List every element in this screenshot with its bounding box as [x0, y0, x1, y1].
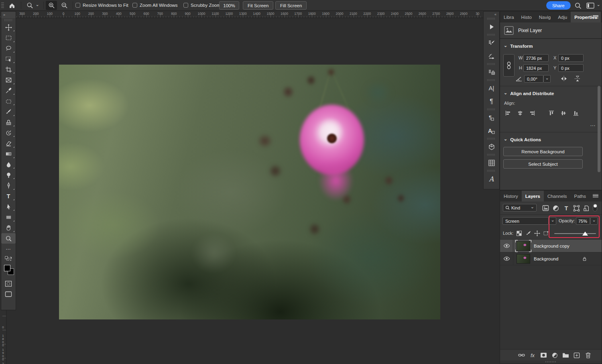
tool-rectangle-shape[interactable] [1, 212, 16, 222]
layers-menu-icon[interactable] [593, 194, 598, 198]
layer-row-background-copy[interactable]: Background copy [500, 240, 602, 252]
tool-rectangular-marquee[interactable] [1, 33, 16, 43]
tool-type[interactable]: T [1, 191, 16, 201]
more-tools-button[interactable]: … [1, 244, 16, 254]
blend-mode-select[interactable]: Screen [502, 217, 549, 225]
tab-histogram[interactable]: Histo [518, 12, 535, 22]
tab-navigator[interactable]: Navig [535, 12, 554, 22]
tool-history-brush[interactable] [1, 128, 16, 138]
link-layers-icon[interactable] [517, 352, 526, 359]
tab-channels[interactable]: Channels [544, 191, 571, 201]
delete-layer-button[interactable] [584, 352, 592, 359]
layer-row-background[interactable]: Background [500, 252, 602, 265]
tool-gradient[interactable] [1, 149, 16, 159]
tool-eyedropper[interactable] [1, 85, 16, 96]
tool-blur[interactable] [1, 159, 16, 170]
new-group-button[interactable] [561, 352, 570, 359]
width-field[interactable]: 2736 px [523, 54, 549, 62]
layer-name[interactable]: Background [534, 256, 558, 261]
layer-lock-icon[interactable] [582, 256, 587, 262]
rotation-angle-field[interactable]: 0,00° [524, 75, 543, 83]
rotation-angle-chevron[interactable]: ⌄ [543, 75, 551, 83]
align-left-button[interactable] [504, 110, 512, 117]
zoom-in-button[interactable] [46, 1, 57, 10]
toolbox-grip[interactable] [4, 19, 12, 21]
swap-colors-icon[interactable] [1, 254, 16, 263]
search-icon[interactable] [573, 1, 583, 10]
options-bar-grip[interactable] [1, 2, 4, 8]
zoom-level-field[interactable]: 100% [219, 1, 239, 10]
new-adjustment-layer-button[interactable] [550, 352, 559, 359]
home-button[interactable] [6, 1, 18, 10]
y-field[interactable]: 0 px [558, 64, 584, 72]
layer-thumbnail[interactable] [517, 241, 530, 251]
panel-actions-icon[interactable] [484, 20, 499, 33]
canvas-image[interactable] [59, 65, 440, 319]
tool-eraser[interactable] [1, 138, 16, 148]
align-right-button[interactable] [528, 110, 536, 117]
foreground-color-swatch[interactable] [4, 265, 10, 271]
toolbox-expand-icon[interactable]: » [1, 12, 16, 18]
quick-mask-mode-button[interactable] [1, 279, 16, 289]
layer-effects-button[interactable]: fx [528, 352, 537, 359]
panel-paragraph-icon[interactable]: ¶ [484, 95, 499, 108]
horizontal-ruler[interactable]: 3002001000100200300400500600700800900100… [0, 11, 483, 18]
tool-options-chevron-icon[interactable]: ⌄ [35, 1, 40, 10]
dock-grip[interactable] [487, 63, 496, 65]
foreground-background-colors[interactable] [1, 263, 16, 279]
height-field[interactable]: 1824 px [523, 64, 549, 72]
tab-layers[interactable]: Layers [522, 191, 544, 201]
lock-transparency-icon[interactable] [515, 229, 523, 238]
layers-list-empty-area[interactable] [500, 265, 602, 349]
filter-smart-objects-icon[interactable] [582, 204, 591, 212]
tool-clone-stamp[interactable] [1, 117, 16, 128]
panel-character-icon[interactable]: A| [484, 81, 499, 95]
tab-history[interactable]: History [500, 191, 522, 201]
tool-spot-healing[interactable] [1, 96, 16, 106]
add-layer-mask-button[interactable] [539, 352, 548, 359]
filter-pixel-layers-icon[interactable] [541, 204, 550, 212]
panel-resize-grip[interactable] [500, 360, 602, 364]
filter-shape-layers-icon[interactable] [572, 204, 581, 212]
align-center-vertical-button[interactable] [559, 110, 567, 117]
remove-background-button[interactable]: Remove Background [503, 147, 583, 156]
dock-grip[interactable] [487, 154, 496, 156]
tool-move[interactable] [1, 22, 16, 33]
zoom-out-button[interactable] [59, 1, 70, 10]
layer-name[interactable]: Background copy [534, 244, 569, 248]
filter-type-layers-icon[interactable]: T [562, 204, 571, 212]
dock-grip[interactable] [487, 79, 496, 81]
dock-grip[interactable] [487, 138, 496, 140]
filter-kind-select[interactable]: Kind ⌄ [503, 204, 537, 211]
align-top-button[interactable] [547, 110, 555, 117]
align-more-button[interactable]: … [590, 121, 596, 127]
x-field[interactable]: 0 px [558, 54, 584, 62]
workspace-switcher-icon[interactable] [585, 1, 596, 10]
align-center-horizontal-button[interactable] [516, 110, 524, 117]
layer-visibility-toggle[interactable] [500, 240, 513, 252]
dock-grip[interactable] [487, 170, 496, 172]
tool-pen[interactable] [1, 180, 16, 191]
tool-dodge[interactable] [1, 170, 16, 180]
flip-horizontal-icon[interactable] [560, 75, 567, 82]
select-subject-button[interactable]: Select Subject [503, 159, 583, 169]
align-header[interactable]: ⌄ Align and Distribute [504, 91, 554, 96]
tool-zoom[interactable] [1, 233, 16, 244]
dock-collapse-icon[interactable]: « [484, 12, 499, 17]
tab-paths[interactable]: Paths [570, 191, 589, 201]
properties-scrollbar[interactable] [598, 86, 600, 172]
panel-character-styles-icon[interactable]: A [484, 124, 499, 137]
tool-crop[interactable] [1, 64, 16, 75]
filter-toggle-switch[interactable] [593, 203, 597, 211]
panel-letterforms-icon[interactable]: A [484, 172, 499, 185]
tool-path-selection[interactable] [1, 201, 16, 212]
fit-screen-button[interactable]: Fit Screen [243, 1, 273, 10]
zoom-all-windows-checkbox[interactable] [132, 3, 137, 8]
panel-glyphs-icon[interactable]: ¶ [484, 111, 499, 124]
layer-thumbnail[interactable] [517, 254, 530, 264]
panel-brushes-icon[interactable] [484, 49, 499, 63]
tool-hand[interactable] [1, 223, 16, 233]
share-button[interactable]: Share [546, 1, 571, 10]
panel-clone-source-icon[interactable] [484, 65, 499, 79]
panel-brush-settings-icon[interactable] [484, 36, 499, 49]
